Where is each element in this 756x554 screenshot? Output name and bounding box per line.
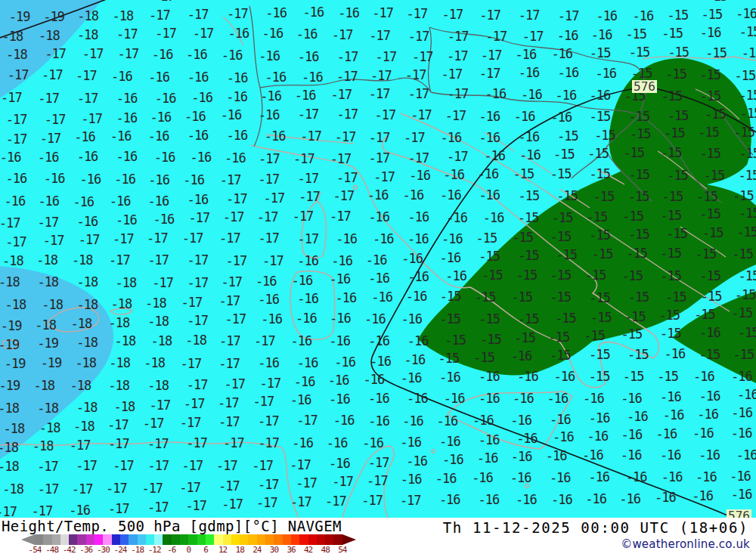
temp-value: -15: [512, 231, 533, 244]
temp-value: -16: [187, 129, 209, 142]
temp-value: -16: [328, 374, 349, 387]
temp-value: -16: [621, 429, 642, 441]
temp-value: -18: [115, 277, 136, 289]
temp-value: -16: [116, 112, 137, 125]
temp-value: -16: [226, 91, 247, 104]
scale-color-cell: [308, 534, 317, 545]
temp-value: -17: [187, 314, 208, 327]
scale-color-cell: [325, 534, 333, 545]
temp-value: -15: [511, 291, 532, 304]
temp-value: -15: [699, 208, 720, 221]
temp-value: -18: [0, 441, 18, 454]
temp-value: -17: [376, 51, 397, 63]
temp-value: -16: [697, 408, 718, 421]
temp-value: -16: [516, 48, 537, 61]
temp-value: -17: [408, 88, 429, 101]
temp-value: -16: [546, 450, 567, 463]
scale-color-cell: [231, 534, 240, 545]
temp-value: -17: [223, 211, 244, 224]
temp-value: -17: [70, 439, 91, 452]
temp-value: -16: [699, 390, 720, 403]
temp-value: -17: [479, 9, 500, 22]
temp-value: -15: [550, 231, 571, 243]
temp-value: -15: [627, 348, 649, 361]
temp-value: -18: [70, 379, 91, 392]
temp-value: -16: [367, 189, 389, 202]
temp-value: -17: [225, 255, 246, 268]
temp-value: -17: [405, 69, 426, 82]
temp-value: -18: [77, 299, 98, 311]
scale-color-cell: [291, 534, 299, 545]
scale-color-cell: [138, 534, 146, 545]
temp-value: -17: [38, 92, 59, 105]
temp-value: -15: [735, 289, 756, 302]
temp-value: -18: [83, 0, 104, 2]
temp-value: -17: [113, 460, 134, 472]
temp-value: -17: [79, 234, 100, 246]
temp-value: -16: [435, 472, 457, 485]
temp-value: -16: [265, 7, 287, 20]
temp-value: -15: [658, 309, 680, 322]
temp-value: -15: [733, 348, 754, 361]
scale-tick-label: 0: [187, 545, 191, 554]
temp-value: -18: [4, 422, 25, 435]
temp-value: -15: [623, 147, 644, 159]
temp-value: -16: [404, 354, 425, 367]
temp-value: -15: [516, 269, 538, 282]
temp-value: -17: [181, 357, 202, 370]
temp-value: -17: [42, 69, 63, 82]
temp-value: -16: [472, 472, 493, 484]
temp-value: -16: [262, 27, 284, 40]
scale-color-cell: [52, 534, 60, 545]
temp-value: -17: [109, 254, 130, 267]
temp-value: -16: [700, 26, 721, 39]
scale-color-cell: [274, 534, 282, 545]
temp-value: -15: [662, 27, 683, 40]
temp-value: -16: [437, 415, 458, 428]
temp-value: -15: [733, 126, 754, 139]
temp-value: -15: [699, 90, 720, 103]
temp-value: -15: [631, 67, 652, 80]
temp-value: -16: [731, 427, 752, 440]
temp-value: -16: [225, 152, 246, 165]
temp-value: -16: [519, 131, 540, 144]
temp-value: -17: [179, 481, 200, 494]
temp-value: -16: [74, 131, 95, 144]
temp-value: -16: [407, 335, 429, 348]
temp-value: -16: [699, 449, 720, 462]
temp-value: -17: [218, 416, 240, 429]
temp-value: -16: [77, 215, 98, 228]
temp-value: -15: [589, 370, 610, 383]
temp-value: -16: [585, 493, 606, 506]
temp-value: -16: [439, 252, 460, 265]
temp-value: -16: [407, 392, 428, 405]
temp-value: -17: [335, 131, 356, 144]
temp-value: -16: [363, 373, 384, 386]
temp-value: -17: [32, 505, 53, 518]
temp-value: -15: [479, 313, 500, 326]
temp-value: -15: [589, 348, 610, 361]
temp-value: -17: [82, 48, 104, 60]
temp-value: -16: [730, 470, 751, 483]
scale-tick-label: 18: [236, 545, 244, 554]
temp-value: -17: [256, 497, 277, 509]
scale-color-cell: [60, 534, 69, 545]
scale-color-cell: [112, 534, 120, 545]
temp-value: -16: [479, 110, 500, 123]
temp-value: -16: [479, 370, 500, 383]
temp-value: -16: [521, 88, 542, 101]
temp-value: -16: [736, 8, 756, 20]
temp-value: -16: [442, 233, 463, 246]
temp-value: -17: [333, 190, 355, 203]
temp-value: -15: [518, 249, 539, 262]
scale-tick-label: -42: [63, 545, 76, 554]
temp-value: -17: [448, 30, 469, 43]
temp-value: -16: [439, 494, 460, 506]
temp-value: -16: [590, 0, 611, 2]
temp-value: -19: [9, 11, 30, 23]
temp-value: -17: [218, 357, 240, 370]
temp-value: -16: [368, 211, 389, 224]
temp-value: -15: [732, 307, 753, 320]
temp-value: -17: [6, 133, 27, 146]
temp-value: -17: [445, 110, 466, 122]
